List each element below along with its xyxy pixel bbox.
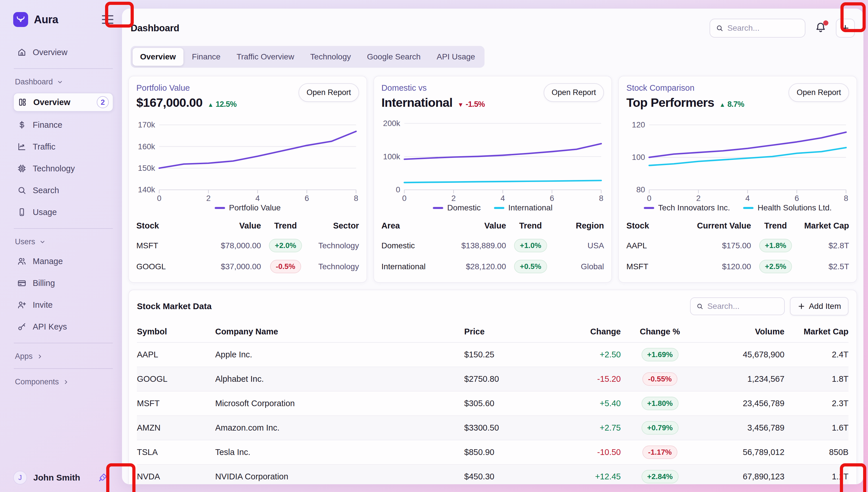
cell-price: $2750.80 bbox=[464, 367, 564, 391]
tab[interactable]: Finance bbox=[184, 48, 228, 66]
add-item-button[interactable]: Add Item bbox=[790, 297, 848, 316]
open-report-button[interactable]: Open Report bbox=[544, 83, 604, 102]
trend-pill: +0.5% bbox=[514, 260, 547, 273]
sidebar-item-usage[interactable]: Usage bbox=[13, 203, 114, 221]
table-row[interactable]: NVDA NVIDIA Corporation $450.30 +12.45 +… bbox=[137, 464, 848, 484]
layout-dashboard-icon bbox=[18, 98, 27, 107]
legend-item: Tech Innovators Inc. bbox=[644, 203, 730, 213]
line-chart: 8010012002468 bbox=[626, 114, 849, 202]
svg-text:0: 0 bbox=[647, 194, 651, 202]
cell-change-pct: -0.55% bbox=[621, 367, 699, 391]
user-plus-icon bbox=[17, 300, 26, 310]
user-row[interactable]: J John Smith bbox=[13, 471, 108, 485]
header-controls bbox=[710, 19, 855, 38]
cell-symbol: AAPL bbox=[137, 342, 215, 367]
delta-badge: ▼ -1.5% bbox=[457, 100, 485, 109]
svg-text:150k: 150k bbox=[138, 164, 155, 173]
card-table: Stock Current Value Trend Market Cap AAP… bbox=[626, 219, 849, 277]
cell-price: $850.90 bbox=[464, 440, 564, 464]
paintbrush-icon[interactable] bbox=[98, 472, 108, 483]
open-report-button[interactable]: Open Report bbox=[789, 83, 849, 102]
cell-volume: 3,456,789 bbox=[699, 416, 784, 440]
line-chart-icon bbox=[17, 142, 26, 151]
cell-mcap: 850B bbox=[785, 440, 848, 464]
tab[interactable]: Google Search bbox=[359, 48, 428, 66]
sidebar-item-billing[interactable]: Billing bbox=[13, 274, 114, 292]
card-headline: International ▼ -1.5% bbox=[381, 96, 485, 109]
sidebar-item-search[interactable]: Search bbox=[13, 182, 114, 199]
cell-change: -10.50 bbox=[564, 440, 621, 464]
svg-text:6: 6 bbox=[795, 194, 799, 202]
table-row[interactable]: TSLA Tesla Inc. $850.90 -10.50 -1.17% 56… bbox=[137, 440, 848, 464]
legend-item: Domestic bbox=[433, 203, 481, 213]
open-report-button[interactable]: Open Report bbox=[299, 83, 359, 102]
cell-company: NVIDIA Corporation bbox=[215, 464, 465, 484]
table-search[interactable] bbox=[690, 297, 785, 315]
cell-change: +12.45 bbox=[564, 464, 621, 484]
card-table-row: AAPL $175.00 +1.8% $2.8T bbox=[626, 235, 849, 256]
home-icon bbox=[17, 48, 26, 57]
change-pct-pill: +0.79% bbox=[642, 421, 678, 435]
sidebar-item-api-keys[interactable]: API Keys bbox=[13, 318, 114, 335]
card-table: Area Value Trend Region Domestic $138,88… bbox=[381, 219, 604, 277]
divider bbox=[14, 228, 113, 229]
search-icon bbox=[17, 186, 26, 195]
section-header-users[interactable]: Users bbox=[15, 238, 114, 246]
cell-change-pct: +1.69% bbox=[621, 342, 699, 367]
menu-icon[interactable] bbox=[102, 14, 114, 25]
table-row[interactable]: AAPL Apple Inc. $150.25 +2.50 +1.69% 45,… bbox=[137, 342, 848, 367]
dollar-icon bbox=[17, 120, 26, 129]
sidebar-item-overview-top[interactable]: Overview bbox=[13, 44, 114, 61]
card-table-row: MSFT $120.00 +2.5% $2.5T bbox=[626, 256, 849, 277]
search-input[interactable] bbox=[727, 24, 799, 33]
sidebar-item-overview[interactable]: Overview 2 bbox=[13, 93, 114, 112]
change-pct-pill: -1.17% bbox=[642, 445, 677, 459]
global-search[interactable] bbox=[710, 19, 805, 38]
sidebar-item-manage[interactable]: Manage bbox=[13, 253, 114, 270]
svg-text:8: 8 bbox=[844, 194, 848, 202]
section-header-dashboard[interactable]: Dashboard bbox=[15, 77, 114, 87]
delta-badge: ▲ 12.5% bbox=[207, 100, 237, 109]
notifications-button[interactable] bbox=[814, 20, 828, 36]
tab[interactable]: Traffic Overview bbox=[229, 48, 302, 66]
svg-text:2: 2 bbox=[696, 194, 701, 202]
tab[interactable]: Technology bbox=[303, 48, 358, 66]
avatar: J bbox=[13, 471, 27, 485]
svg-text:4: 4 bbox=[255, 194, 260, 202]
section-header-components[interactable]: Components bbox=[15, 377, 114, 386]
cell-symbol: MSFT bbox=[137, 391, 215, 416]
table-search-input[interactable] bbox=[707, 302, 778, 311]
change-pct-pill: -0.55% bbox=[642, 372, 677, 386]
svg-text:100k: 100k bbox=[383, 152, 400, 161]
smartphone-icon bbox=[17, 207, 26, 217]
table-row[interactable]: MSFT Microsoft Corporation $305.60 +5.40… bbox=[137, 391, 848, 416]
add-button[interactable] bbox=[836, 19, 855, 38]
legend-item: International bbox=[494, 203, 552, 213]
card-headline: $167,000.00 ▲ 12.5% bbox=[137, 96, 237, 109]
cell-change-pct: +2.84% bbox=[621, 464, 699, 484]
table-row[interactable]: GOOGL Alphabet Inc. $2750.80 -15.20 -0.5… bbox=[137, 367, 848, 391]
svg-text:160k: 160k bbox=[138, 142, 155, 151]
sidebar-item-traffic[interactable]: Traffic bbox=[13, 138, 114, 155]
svg-text:0: 0 bbox=[396, 185, 400, 194]
trend-pill: +2.0% bbox=[269, 239, 302, 252]
stat-cards: Portfolio Value $167,000.00 ▲ 12.5% Open… bbox=[128, 76, 857, 283]
tab[interactable]: API Usage bbox=[429, 48, 482, 66]
cell-price: $305.60 bbox=[464, 391, 564, 416]
tab[interactable]: Overview bbox=[132, 48, 183, 66]
line-chart: 140k150k160k170k02468 bbox=[137, 114, 359, 202]
stock-market-section: Stock Market Data Add Item Symbol Co bbox=[128, 290, 857, 484]
cell-company: Apple Inc. bbox=[215, 342, 465, 367]
card-subtitle: Domestic vs bbox=[381, 83, 485, 93]
cell-volume: 1,234,567 bbox=[699, 367, 784, 391]
sidebar: Aura Overview Dashboard Overview 2 Finan… bbox=[0, 0, 122, 492]
sidebar-item-technology[interactable]: Technology bbox=[13, 160, 114, 177]
sidebar-item-invite[interactable]: Invite bbox=[13, 296, 114, 314]
card-table-row: Domestic $138,889.00 +1.0% USA bbox=[381, 235, 604, 256]
table-row[interactable]: AMZN Amazon.com Inc. $3300.50 +2.75 +0.7… bbox=[137, 416, 848, 440]
unread-dot bbox=[823, 20, 828, 26]
section-header-apps[interactable]: Apps bbox=[15, 352, 114, 361]
svg-text:170k: 170k bbox=[138, 120, 155, 129]
sidebar-item-finance[interactable]: Finance bbox=[13, 116, 114, 133]
card-table-row: International $28,120.00 +0.5% Global bbox=[381, 256, 604, 277]
